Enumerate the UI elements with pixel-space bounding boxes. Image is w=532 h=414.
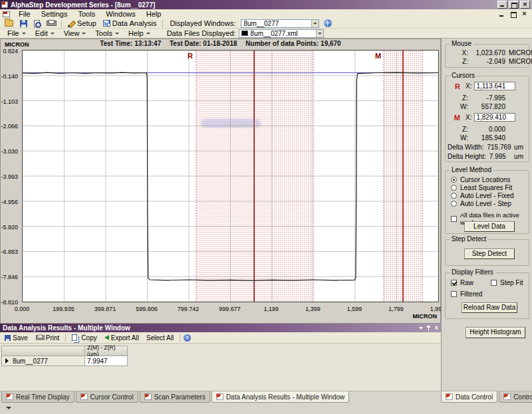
minimize-button[interactable] — [497, 1, 507, 9]
cursor-r-x-input[interactable] — [474, 82, 515, 90]
results-toolbar: Save Print Copy Export All Select All ? — [0, 332, 441, 344]
open-folder-icon — [5, 20, 13, 27]
profile-chart-panel: Test Time: 13:13:47 Test Date: 01-18-201… — [0, 39, 441, 324]
setup-button[interactable]: Setup — [66, 19, 98, 28]
radio-least-squares-fit[interactable]: Least Squares Fit — [446, 184, 529, 191]
data-files-combobox[interactable]: 8um__0277.xml — [239, 29, 324, 38]
chart-canvas[interactable]: RM — [23, 51, 438, 302]
pin-icon[interactable] — [427, 326, 430, 331]
reload-raw-data-button[interactable]: Reload Raw Data — [462, 302, 517, 313]
bottom-tab-strip: Real Time Display Cursor Control Scan Pa… — [0, 391, 532, 403]
table-row[interactable]: 8um__0277 7.9947 — [2, 356, 128, 366]
menu-settings[interactable]: Settings — [36, 9, 73, 19]
results-export-all-button[interactable]: Export All — [102, 333, 142, 343]
tab-data-control[interactable]: Data Control — [441, 391, 497, 403]
data-control-panel: Data Control × Mouse X: 1,023.670 MICRON… — [441, 29, 532, 392]
menu-help[interactable]: Help — [141, 9, 167, 19]
cursor-r-w-row: W: 557.820 — [446, 103, 529, 110]
x-tick-label: 799.742 — [178, 306, 200, 312]
menu-file[interactable]: File — [13, 9, 36, 19]
results-row-value[interactable]: 7.9947 — [85, 356, 128, 366]
y-tick-label: -3.030 — [1, 148, 18, 155]
mdi-minimize-button[interactable] — [497, 11, 506, 18]
raw-checkbox[interactable]: Raw Step Fit — [446, 279, 529, 286]
combo-dropdown-button[interactable] — [316, 30, 323, 37]
step-detect-button[interactable]: Step Detect — [464, 249, 515, 259]
cursor-r-z-row: Z: -7.995 — [446, 94, 529, 102]
radio-auto-level-step[interactable]: Auto Level - Step — [446, 200, 529, 207]
mdi-close-button[interactable] — [520, 11, 529, 18]
x-tick-label: 1,199 — [264, 306, 279, 312]
print-preview-button[interactable] — [32, 19, 42, 28]
results-table-header-row: Z(M) - Z(R) (µm) — [2, 346, 128, 356]
radio-auto-level-fixed[interactable]: Auto Level - Fixed — [446, 192, 529, 199]
chart-toolbar: File Edit View Tools Help Data Files Dis… — [0, 29, 532, 39]
delta-height-row: Delta Height: 7.995 um — [446, 153, 529, 160]
display-filters-group: Display Filters Raw Step Fit Filtered Re… — [445, 272, 529, 319]
displayed-windows-combobox[interactable]: 8um__0277 — [241, 19, 319, 28]
y-tick-label: 0.824 — [3, 48, 18, 54]
toolbar-separator — [65, 334, 66, 342]
close-icon[interactable]: × — [434, 324, 438, 332]
results-save-button[interactable]: Save — [2, 333, 31, 343]
mouse-group-label: Mouse — [450, 41, 473, 47]
restore-button[interactable] — [509, 1, 519, 9]
document-icon[interactable] — [3, 11, 10, 17]
web-button[interactable] — [322, 19, 334, 28]
cursor-m-x-input[interactable] — [474, 113, 515, 122]
data-analysis-button[interactable]: Data Analysis — [101, 19, 159, 28]
results-print-button[interactable]: Print — [33, 333, 63, 343]
tab-cursor-control[interactable]: Cursor Control — [76, 391, 138, 403]
chart-menu-file[interactable]: File — [3, 29, 31, 39]
menu-tools[interactable]: Tools — [72, 9, 100, 19]
open-button[interactable] — [3, 19, 15, 28]
chart-menu-view[interactable]: View — [59, 29, 91, 39]
help-icon[interactable]: ? — [184, 334, 191, 342]
window-icon — [144, 393, 152, 400]
results-row-name[interactable]: 8um__0277 — [2, 356, 85, 366]
data-analysis-label: Data Analysis — [112, 19, 157, 27]
window-icon — [80, 393, 88, 400]
mdi-restore-button[interactable] — [509, 11, 517, 18]
tab-scan-parameters[interactable]: Scan Parameters — [140, 391, 210, 403]
height-histogram-button[interactable]: Height Histogram — [466, 327, 525, 338]
save-button[interactable] — [18, 19, 29, 28]
toolbar-separator — [162, 20, 163, 27]
print-preview-icon — [34, 20, 40, 27]
step-fit-checkbox[interactable]: Step Fit — [500, 279, 523, 286]
close-button[interactable] — [520, 1, 530, 9]
chevron-down-icon — [22, 33, 26, 35]
highlight-smudge — [201, 119, 261, 128]
window-title: AlphaStep Development Series - [8um__027… — [11, 1, 497, 9]
tab-data-analysis-results[interactable]: Data Analysis Results - Multiple Window — [211, 391, 349, 403]
checkbox-icon — [491, 280, 497, 286]
cursors-group-label: Cursors — [450, 72, 477, 79]
results-select-all-button[interactable]: Select All — [144, 333, 176, 343]
print-button[interactable] — [45, 19, 57, 28]
chart-menu-edit[interactable]: Edit — [31, 29, 59, 39]
menu-bar: File Settings Tools Windows Help — [0, 9, 532, 19]
tab-real-time-display[interactable]: Real Time Display — [1, 391, 74, 403]
plot-area[interactable]: RM — [22, 50, 439, 302]
tab-control-panel[interactable]: Control Panel — [499, 391, 532, 403]
chevron-down-icon — [115, 33, 119, 35]
window-icon — [446, 393, 453, 400]
results-copy-button[interactable]: Copy — [69, 333, 99, 343]
level-data-button[interactable]: Level Data — [464, 221, 515, 232]
chart-menu-help[interactable]: Help — [124, 29, 155, 39]
cursor-m-x-row: M X: — [446, 113, 529, 122]
radio-icon — [451, 177, 457, 183]
chevron-down-icon[interactable] — [419, 327, 423, 330]
chart-menu-tools[interactable]: Tools — [90, 29, 124, 39]
cursor-label-M: M — [375, 52, 381, 60]
x-tick-label: 599.806 — [136, 306, 158, 312]
radio-cursor-locations[interactable]: Cursor Locations — [446, 176, 529, 183]
dock-dropdown-icon[interactable] — [6, 407, 11, 409]
menu-windows[interactable]: Windows — [100, 9, 141, 19]
delta-width-value: 715.769 — [487, 144, 511, 151]
print-icon — [36, 335, 43, 341]
filtered-checkbox[interactable]: Filtered — [446, 290, 529, 298]
checkbox-icon — [451, 216, 457, 222]
combo-dropdown-button[interactable] — [311, 20, 319, 27]
window-icon — [216, 393, 223, 400]
